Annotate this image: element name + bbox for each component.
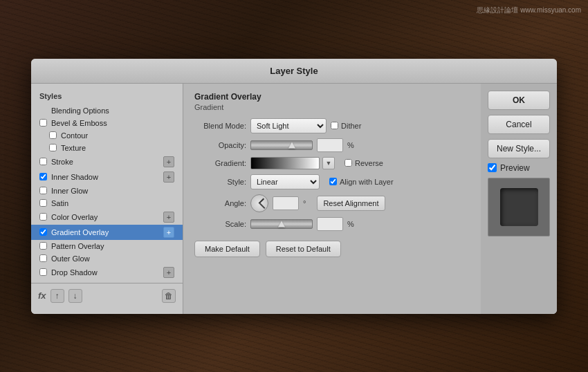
sidebar-item-inner-glow[interactable]: Inner Glow	[31, 185, 183, 197]
angle-label: Angle:	[194, 199, 246, 207]
sidebar-item-outer-glow[interactable]: Outer Glow	[31, 252, 183, 265]
label-pattern-overlay: Pattern Overlay	[51, 242, 174, 250]
align-layer-row: Align with Layer	[329, 178, 394, 186]
cancel-button[interactable]: Cancel	[488, 115, 550, 134]
scale-slider[interactable]	[250, 219, 313, 229]
fx-label: fx	[38, 290, 46, 301]
dialog-body: Styles Blending OptionsBevel & EmbossCon…	[31, 84, 557, 314]
sidebar-item-drop-shadow[interactable]: Drop Shadow+	[31, 265, 183, 280]
reset-alignment-button[interactable]: Reset Alignment	[317, 196, 385, 211]
label-bevel: Bevel & Emboss	[51, 119, 174, 127]
checkbox-bevel[interactable]	[39, 119, 47, 127]
checkbox-color-overlay[interactable]	[39, 213, 47, 221]
gradient-label: Gradient:	[194, 159, 246, 167]
blend-mode-label: Blend Mode:	[194, 122, 246, 130]
sidebar-item-gradient-overlay[interactable]: Gradient Overlay+	[31, 225, 183, 240]
new-style-button[interactable]: New Style...	[488, 139, 550, 158]
add-btn-gradient-overlay[interactable]: +	[163, 227, 174, 238]
checkbox-pattern-overlay[interactable]	[39, 242, 47, 250]
dither-checkbox[interactable]	[331, 122, 338, 129]
checkbox-inner-shadow[interactable]	[39, 173, 47, 180]
sidebar-item-bevel[interactable]: Bevel & Emboss	[31, 117, 183, 129]
opacity-label: Opacity:	[194, 141, 246, 149]
sidebar-item-satin[interactable]: Satin	[31, 197, 183, 210]
sidebar-item-texture[interactable]: Texture	[31, 142, 183, 154]
reverse-row: Reverse	[344, 159, 383, 167]
checkbox-outer-glow[interactable]	[39, 254, 47, 262]
label-blending: Blending Options	[51, 106, 174, 115]
align-layer-checkbox[interactable]	[329, 178, 337, 185]
opacity-slider-thumb	[288, 142, 295, 148]
label-drop-shadow: Drop Shadow	[51, 268, 163, 277]
sidebar-item-blending[interactable]: Blending Options	[31, 104, 183, 117]
checkbox-inner-glow[interactable]	[39, 187, 47, 194]
label-texture: Texture	[61, 144, 174, 152]
angle-input[interactable]: 135	[273, 196, 299, 210]
angle-dial-indicator	[259, 203, 265, 208]
scale-input[interactable]: 100	[317, 217, 343, 231]
checkbox-gradient-overlay[interactable]	[39, 228, 47, 236]
add-btn-color-overlay[interactable]: +	[163, 212, 174, 223]
center-panel: Gradient Overlay Gradient Blend Mode: No…	[183, 84, 481, 314]
add-btn-inner-shadow[interactable]: +	[163, 171, 174, 183]
opacity-input[interactable]: 67	[317, 138, 343, 152]
sidebar-item-inner-shadow[interactable]: Inner Shadow+	[31, 169, 183, 185]
label-color-overlay: Color Overlay	[51, 213, 163, 221]
ok-button[interactable]: OK	[488, 91, 550, 110]
angle-row: Angle: 135 ° Reset Alignment	[194, 194, 470, 212]
layer-style-dialog: Layer Style Styles Blending OptionsBevel…	[31, 59, 557, 314]
watermark: 思緣設計論壇 www.missyuan.com	[477, 6, 581, 15]
style-select[interactable]: LinearRadialAngleReflectedDiamond	[250, 174, 320, 189]
left-panel-footer: fx ↑ ↓ 🗑	[31, 283, 183, 308]
blend-mode-select[interactable]: NormalDissolveDarkenMultiplyColor BurnLi…	[250, 118, 327, 133]
sidebar-item-pattern-overlay[interactable]: Pattern Overlay	[31, 240, 183, 252]
checkbox-drop-shadow[interactable]	[39, 268, 47, 276]
dither-row: Dither	[331, 122, 361, 130]
label-inner-glow: Inner Glow	[51, 187, 174, 195]
preview-inner-square	[500, 188, 538, 226]
dialog-title: Layer Style	[31, 59, 557, 84]
label-contour: Contour	[61, 131, 174, 140]
label-stroke: Stroke	[51, 158, 163, 166]
move-down-button[interactable]: ↓	[68, 289, 82, 303]
action-row: Make Default Reset to Default	[194, 241, 470, 257]
sidebar-item-contour[interactable]: Contour	[31, 129, 183, 142]
gradient-row: Gradient: ▼ Reverse	[194, 157, 470, 169]
gradient-picker-row: ▼	[250, 157, 335, 169]
preview-row: Preview	[488, 163, 550, 173]
scale-label: Scale:	[194, 220, 246, 228]
align-layer-label: Align with Layer	[340, 178, 394, 186]
preview-box	[488, 178, 550, 236]
opacity-slider[interactable]	[250, 140, 313, 150]
styles-list: Blending OptionsBevel & EmbossContourTex…	[31, 104, 183, 280]
label-outer-glow: Outer Glow	[51, 254, 174, 263]
add-btn-stroke[interactable]: +	[163, 156, 174, 167]
scale-row: Scale: 100 %	[194, 217, 470, 231]
opacity-slider-container	[250, 140, 313, 150]
delete-button[interactable]: 🗑	[162, 289, 176, 303]
style-label: Style:	[194, 178, 246, 186]
move-up-button[interactable]: ↑	[50, 289, 64, 303]
checkbox-contour[interactable]	[49, 131, 57, 139]
angle-dial[interactable]	[250, 194, 268, 212]
opacity-row: Opacity: 67 %	[194, 138, 470, 152]
make-default-button[interactable]: Make Default	[194, 241, 260, 257]
preview-checkbox[interactable]	[488, 163, 497, 172]
gradient-dropdown[interactable]: ▼	[322, 157, 335, 169]
scale-slider-container	[250, 219, 313, 229]
label-inner-shadow: Inner Shadow	[51, 173, 163, 181]
reset-to-default-button[interactable]: Reset to Default	[266, 241, 341, 257]
scale-slider-thumb	[278, 221, 285, 227]
checkbox-stroke[interactable]	[39, 158, 47, 165]
blend-mode-row: Blend Mode: NormalDissolveDarkenMultiply…	[194, 118, 470, 133]
reverse-checkbox[interactable]	[344, 159, 352, 167]
sidebar-item-stroke[interactable]: Stroke+	[31, 154, 183, 169]
checkbox-texture[interactable]	[49, 144, 57, 151]
gradient-preview[interactable]	[250, 157, 320, 169]
styles-title: Styles	[31, 89, 183, 104]
checkbox-satin[interactable]	[39, 199, 47, 207]
label-satin: Satin	[51, 199, 174, 207]
add-btn-drop-shadow[interactable]: +	[163, 267, 174, 278]
right-panel: OK Cancel New Style... Preview	[481, 84, 557, 314]
sidebar-item-color-overlay[interactable]: Color Overlay+	[31, 210, 183, 225]
